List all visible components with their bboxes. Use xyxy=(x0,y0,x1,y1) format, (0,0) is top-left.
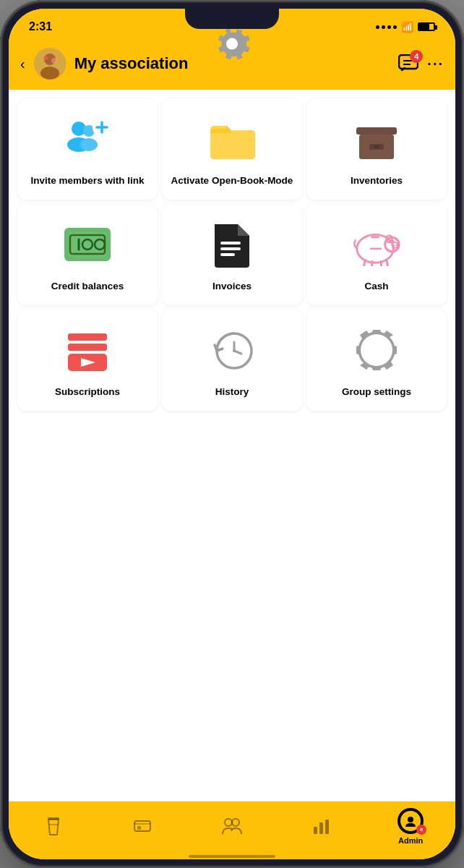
subscriptions-icon xyxy=(62,325,113,375)
history-icon xyxy=(207,325,257,375)
phone-frame: 2:31 📶 ‹ xyxy=(0,0,464,868)
svg-point-54 xyxy=(361,334,392,366)
inventories-label: Inventories xyxy=(351,174,403,187)
piggy-icon xyxy=(351,219,402,270)
more-button[interactable]: ··· xyxy=(427,56,444,72)
nav-item-admin[interactable]: e Admin xyxy=(389,808,432,845)
svg-point-34 xyxy=(391,239,394,242)
svg-line-35 xyxy=(364,260,366,266)
svg-point-11 xyxy=(80,138,98,151)
svg-point-66 xyxy=(408,817,413,822)
svg-point-2 xyxy=(40,67,59,80)
stats-icon xyxy=(312,817,331,835)
back-button[interactable]: ‹ xyxy=(20,56,25,72)
add-user-icon xyxy=(62,114,113,164)
admin-icon-wrap: e xyxy=(398,808,424,834)
svg-point-61 xyxy=(225,819,232,826)
food-icon xyxy=(133,817,152,835)
status-time: 2:31 xyxy=(29,20,52,33)
invoices-label: Invoices xyxy=(212,280,252,293)
invoice-icon xyxy=(207,219,257,270)
members-icon xyxy=(221,817,243,835)
grid-item-group-settings[interactable]: Group settings xyxy=(306,310,447,411)
nav-item-stats[interactable] xyxy=(300,817,343,835)
svg-rect-39 xyxy=(371,237,379,239)
status-icons: 📶 xyxy=(376,21,435,33)
svg-rect-58 xyxy=(134,821,150,831)
nav-item-members[interactable] xyxy=(210,817,254,835)
avatar xyxy=(34,48,66,80)
wifi-icon: 📶 xyxy=(401,21,413,33)
svg-rect-26 xyxy=(220,247,241,250)
nav-item-drink[interactable] xyxy=(32,816,75,836)
drink-icon xyxy=(45,816,62,836)
menu-grid: Invite members with link Activate Open- xyxy=(13,94,451,415)
svg-rect-63 xyxy=(314,827,317,834)
svg-rect-25 xyxy=(220,242,241,244)
invite-members-label: Invite members with link xyxy=(31,174,145,187)
credit-balances-label: Credit balances xyxy=(51,280,124,293)
svg-line-38 xyxy=(387,260,388,266)
grid-item-credit-balances[interactable]: Credit balances xyxy=(17,204,158,305)
header-actions: 4 ··· xyxy=(398,54,444,73)
cash-label: Cash xyxy=(364,280,388,293)
svg-point-4 xyxy=(51,58,57,64)
grid-item-inventories[interactable]: Inventories xyxy=(306,98,447,200)
credit-icon xyxy=(62,219,113,270)
home-indicator xyxy=(189,855,275,858)
grid-item-subscriptions[interactable]: Subscriptions xyxy=(17,310,158,411)
svg-point-62 xyxy=(232,819,239,826)
svg-rect-64 xyxy=(319,822,323,834)
svg-rect-15 xyxy=(356,127,397,135)
bottom-nav: e Admin xyxy=(9,801,455,859)
grid-item-open-book[interactable]: Activate Open-Book-Mode xyxy=(162,98,302,200)
grid-item-invite-members[interactable]: Invite members with link xyxy=(17,98,158,200)
folder-icon xyxy=(207,114,257,164)
svg-point-33 xyxy=(395,244,397,246)
svg-point-32 xyxy=(393,244,395,246)
settings-icon xyxy=(351,325,402,375)
svg-rect-60 xyxy=(137,826,141,830)
svg-rect-18 xyxy=(374,145,379,148)
svg-line-36 xyxy=(371,262,372,267)
notch xyxy=(185,9,279,29)
notification-badge: 4 xyxy=(410,50,423,63)
svg-point-3 xyxy=(43,56,48,60)
group-settings-label: Group settings xyxy=(342,386,411,399)
svg-rect-65 xyxy=(325,820,329,834)
screen: 2:31 📶 ‹ xyxy=(9,9,455,859)
grid-item-invoices[interactable]: Invoices xyxy=(162,204,302,305)
open-book-label: Activate Open-Book-Mode xyxy=(171,174,293,187)
grid-item-cash[interactable]: Cash xyxy=(306,204,447,305)
grid-item-history[interactable]: History xyxy=(162,310,302,411)
content-area: Invite members with link Activate Open- xyxy=(9,90,455,801)
svg-point-48 xyxy=(233,349,236,352)
svg-rect-41 xyxy=(68,333,107,341)
admin-nav-label: Admin xyxy=(398,836,423,845)
chat-button[interactable]: 4 xyxy=(398,54,418,73)
svg-rect-27 xyxy=(220,253,235,256)
signal-dots xyxy=(376,25,397,29)
svg-line-37 xyxy=(381,262,382,267)
battery-icon xyxy=(418,22,435,31)
archive-icon xyxy=(351,114,402,164)
history-label: History xyxy=(215,386,249,399)
nav-item-food[interactable] xyxy=(121,817,164,835)
subscriptions-label: Subscriptions xyxy=(55,386,120,399)
admin-badge: e xyxy=(416,825,426,835)
svg-rect-42 xyxy=(68,344,107,351)
